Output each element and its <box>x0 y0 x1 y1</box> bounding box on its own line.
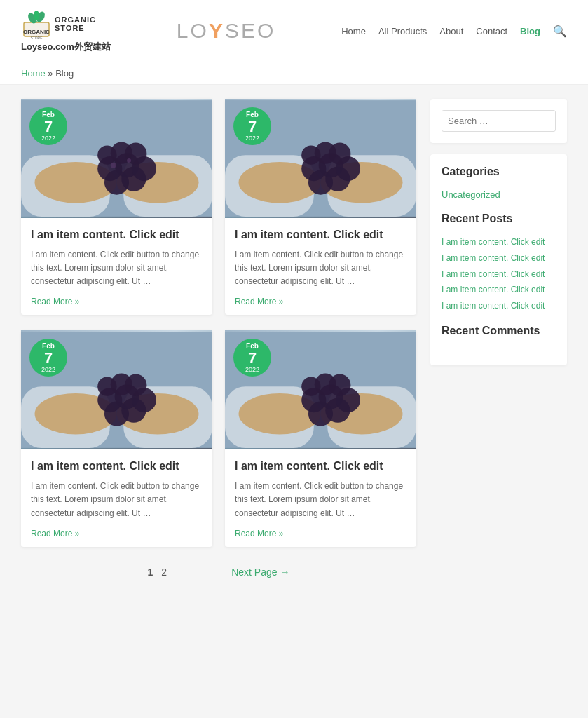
recent-posts-section: Recent Posts I am item content. Click ed… <box>442 212 556 312</box>
svg-text:ORGANIC: ORGANIC <box>23 29 50 35</box>
nav-contact[interactable]: Contact <box>476 26 507 36</box>
page-2-link[interactable]: 2 <box>161 567 167 578</box>
recent-post-1[interactable]: I am item content. Click edit <box>442 236 556 248</box>
post-image-wrap-2: Feb 7 2022 <box>225 99 416 218</box>
svg-point-21 <box>111 163 116 168</box>
svg-point-60 <box>329 374 350 396</box>
recent-comments-section: Recent Comments <box>442 325 556 341</box>
recent-post-5[interactable]: I am item content. Click edit <box>442 300 556 312</box>
breadcrumb-home-link[interactable]: Home <box>21 68 46 79</box>
search-widget <box>430 99 567 143</box>
site-tagline: Loyseo.com外贸建站 <box>21 41 111 53</box>
post-card-1: Feb 7 2022 I am item content. Click edit… <box>21 99 212 315</box>
main-container: Feb 7 2022 I am item content. Click edit… <box>0 85 588 599</box>
next-page-link[interactable]: Next Page → <box>231 567 289 578</box>
svg-point-6 <box>34 11 39 20</box>
categories-section: Categories Uncategorized <box>442 165 556 200</box>
site-header: ORGANIC STORE ORGANICSTORE Loyseo.com外贸建… <box>0 0 588 62</box>
post-title-2: I am item content. Click edit <box>235 228 406 243</box>
nav-blog[interactable]: Blog <box>520 26 540 36</box>
seo-text: SEO <box>225 19 275 42</box>
logo-image: ORGANIC STORE ORGANICSTORE <box>21 8 96 39</box>
breadcrumb-current: Blog <box>55 68 74 79</box>
svg-point-47 <box>125 374 146 396</box>
post-excerpt-2: I am item content. Click edit button to … <box>235 248 406 289</box>
nav-search-icon[interactable]: 🔍 <box>553 25 567 38</box>
post-image-wrap-4: Feb 7 2022 <box>225 330 416 449</box>
read-more-4[interactable]: Read More » <box>235 529 283 538</box>
recent-post-4[interactable]: I am item content. Click edit <box>442 284 556 296</box>
date-badge-1: Feb 7 2022 <box>29 107 67 145</box>
svg-point-22 <box>127 158 131 163</box>
post-card-4: Feb 7 2022 I am item content. Click edit… <box>225 330 416 546</box>
date-year-4: 2022 <box>245 366 259 374</box>
read-more-3[interactable]: Read More » <box>31 529 79 538</box>
recent-post-2[interactable]: I am item content. Click edit <box>442 252 556 264</box>
post-body-4: I am item content. Click edit I am item … <box>225 449 416 546</box>
organic-store-text: ORGANICSTORE <box>55 15 96 32</box>
date-year-3: 2022 <box>41 366 55 374</box>
svg-point-34 <box>329 143 350 165</box>
post-title-1: I am item content. Click edit <box>31 228 203 243</box>
pagination: 1 2 Next Page → <box>21 550 416 585</box>
post-excerpt-3: I am item content. Click edit button to … <box>31 480 203 520</box>
category-uncategorized[interactable]: Uncategorized <box>442 189 556 200</box>
svg-point-20 <box>97 145 116 164</box>
svg-point-35 <box>301 145 320 164</box>
recent-comments-title: Recent Comments <box>442 325 556 341</box>
post-body-1: I am item content. Click edit I am item … <box>21 218 212 315</box>
site-title: LOYSEO <box>177 19 275 43</box>
categories-title: Categories <box>442 165 556 182</box>
y-icon: Y <box>209 19 225 42</box>
breadcrumb-separator: » <box>48 68 53 79</box>
post-title-3: I am item content. Click edit <box>31 459 203 474</box>
logo-text-block: ORGANICSTORE <box>55 15 96 32</box>
svg-point-61 <box>301 377 320 396</box>
main-nav: Home All Products About Contact Blog 🔍 <box>341 25 567 38</box>
breadcrumb: Home » Blog <box>0 62 588 85</box>
search-box <box>442 110 556 132</box>
recent-post-3[interactable]: I am item content. Click edit <box>442 269 556 280</box>
recent-posts-title: Recent Posts <box>442 212 556 229</box>
svg-text:STORE: STORE <box>30 36 43 39</box>
posts-area: Feb 7 2022 I am item content. Click edit… <box>21 99 416 585</box>
nav-home[interactable]: Home <box>341 26 366 36</box>
search-input[interactable] <box>442 111 556 130</box>
read-more-2[interactable]: Read More » <box>235 297 283 306</box>
post-image-wrap-3: Feb 7 2022 <box>21 330 212 449</box>
organic-store-logo-icon: ORGANIC STORE <box>21 8 52 39</box>
svg-point-48 <box>97 377 116 396</box>
categories-widget: Categories Uncategorized Recent Posts I … <box>430 154 567 365</box>
logo-area: ORGANIC STORE ORGANICSTORE Loyseo.com外贸建… <box>21 8 111 53</box>
date-year-2: 2022 <box>245 135 259 142</box>
loy-text: LO <box>177 19 209 42</box>
date-day-1: 7 <box>44 119 53 135</box>
sidebar: Categories Uncategorized Recent Posts I … <box>430 99 567 585</box>
date-badge-4: Feb 7 2022 <box>233 339 271 377</box>
post-card-2: Feb 7 2022 I am item content. Click edit… <box>225 99 416 315</box>
date-badge-2: Feb 7 2022 <box>233 107 271 145</box>
post-title-4: I am item content. Click edit <box>235 459 406 474</box>
posts-grid: Feb 7 2022 I am item content. Click edit… <box>21 99 416 550</box>
nav-about[interactable]: About <box>439 26 463 36</box>
date-day-3: 7 <box>44 351 53 366</box>
date-badge-3: Feb 7 2022 <box>29 339 67 377</box>
post-body-2: I am item content. Click edit I am item … <box>225 218 416 315</box>
date-day-2: 7 <box>248 119 257 135</box>
post-card-3: Feb 7 2022 I am item content. Click edit… <box>21 330 212 546</box>
post-image-wrap-1: Feb 7 2022 <box>21 99 212 218</box>
post-excerpt-1: I am item content. Click edit button to … <box>31 248 203 289</box>
date-year-1: 2022 <box>41 135 55 142</box>
post-body-3: I am item content. Click edit I am item … <box>21 449 212 546</box>
date-day-4: 7 <box>248 351 257 366</box>
page-1-link[interactable]: 1 <box>148 567 153 578</box>
read-more-1[interactable]: Read More » <box>31 297 79 306</box>
post-excerpt-4: I am item content. Click edit button to … <box>235 480 406 520</box>
nav-all-products[interactable]: All Products <box>378 26 427 36</box>
